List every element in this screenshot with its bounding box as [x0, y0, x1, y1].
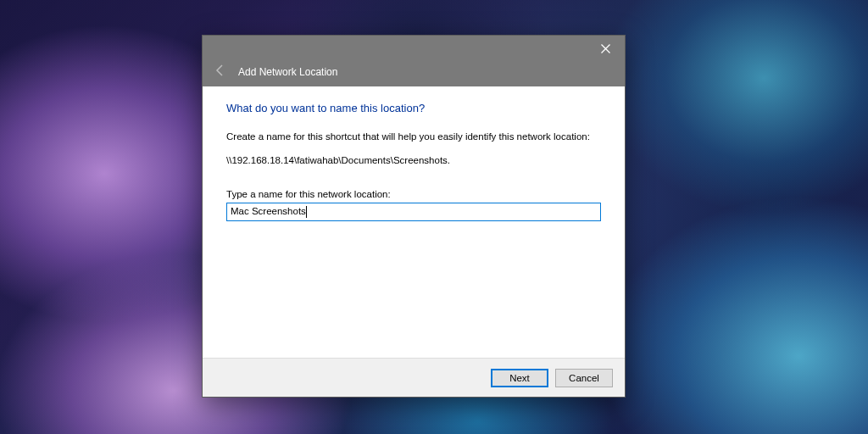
- input-value: Mac Screenshots: [231, 207, 306, 217]
- close-button[interactable]: [587, 36, 625, 61]
- cancel-button-label: Cancel: [569, 373, 599, 383]
- next-button-label: Next: [509, 373, 530, 383]
- dialog-title: Add Network Location: [238, 66, 337, 78]
- close-icon: [601, 44, 610, 53]
- dialog-titlebar: Add Network Location: [203, 36, 625, 86]
- next-button[interactable]: Next: [491, 369, 548, 387]
- add-network-location-dialog: Add Network Location What do you want to…: [202, 35, 626, 398]
- dialog-description: Create a name for this shortcut that wil…: [226, 130, 601, 143]
- dialog-content: What do you want to name this location? …: [203, 86, 625, 358]
- dialog-footer: Next Cancel: [203, 358, 625, 397]
- back-arrow-icon: [211, 61, 230, 80]
- dialog-heading: What do you want to name this location?: [226, 102, 601, 114]
- network-path: \\192.168.18.14\fatiwahab\Documents\Scre…: [226, 155, 601, 165]
- location-name-input[interactable]: Mac Screenshots: [226, 203, 601, 221]
- text-caret: [306, 206, 307, 218]
- cancel-button[interactable]: Cancel: [555, 369, 613, 387]
- desktop-background: Add Network Location What do you want to…: [0, 0, 868, 434]
- input-label: Type a name for this network location:: [226, 189, 601, 199]
